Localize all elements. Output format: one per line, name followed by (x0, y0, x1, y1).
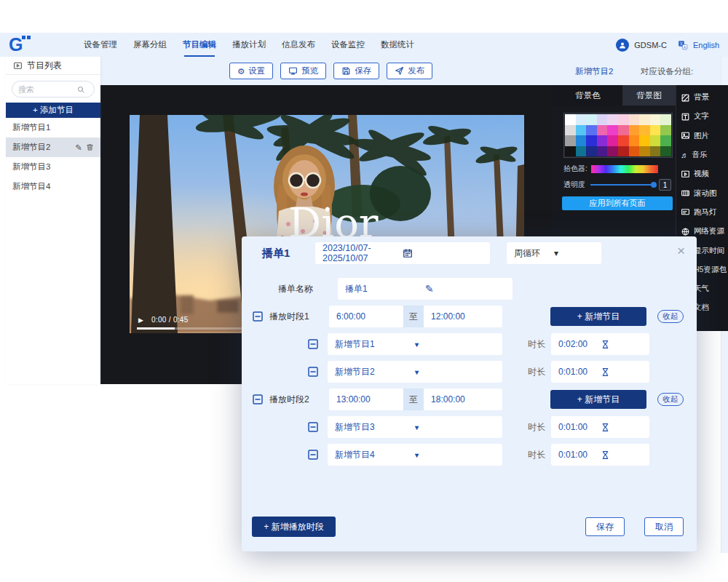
add-program-to-slot-button[interactable]: + 新增节目 (550, 307, 646, 326)
palette-swatch[interactable] (586, 135, 597, 146)
palette-swatch[interactable] (586, 125, 597, 136)
play-icon[interactable]: ▶ (138, 316, 143, 324)
tool-image[interactable]: 图片 (676, 127, 728, 146)
palette-swatch[interactable] (660, 135, 671, 146)
tab-background-image[interactable]: 背景图 (622, 85, 676, 105)
language-switch[interactable]: English (693, 41, 719, 49)
palette-swatch[interactable] (629, 114, 640, 125)
palette-swatch[interactable] (618, 125, 629, 136)
slot-end-time-input[interactable]: 18:00:00 (424, 388, 502, 410)
palette-swatch[interactable] (576, 146, 587, 157)
palette-swatch[interactable] (586, 146, 597, 157)
program-select[interactable]: 新增节目1▾ (328, 333, 502, 355)
program-select[interactable]: 新增节目2▾ (328, 361, 502, 383)
duration-input[interactable]: 0:01:00 (551, 416, 649, 438)
palette-swatch[interactable] (660, 146, 671, 157)
collapse-button[interactable]: 收起 (657, 393, 684, 406)
duration-input[interactable]: 0:01:00 (551, 361, 649, 383)
palette-swatch[interactable] (618, 135, 629, 146)
palette-swatch[interactable] (660, 125, 671, 136)
palette-swatch[interactable] (576, 135, 587, 146)
palette-swatch[interactable] (576, 125, 587, 136)
nav-item-2[interactable]: 屏幕分组 (133, 33, 167, 57)
user-name[interactable]: GDSM-C (634, 41, 667, 49)
remove-program-icon[interactable] (307, 421, 319, 433)
palette-swatch[interactable] (607, 135, 618, 146)
nav-item-4[interactable]: 播放计划 (232, 33, 266, 57)
save-toolbar-button[interactable]: 保存 (333, 63, 379, 79)
palette-swatch[interactable] (639, 135, 650, 146)
palette-swatch[interactable] (650, 146, 661, 157)
tool-marquee[interactable]: 跑马灯 (676, 203, 728, 222)
tab-background-color[interactable]: 背景色 (553, 85, 622, 105)
cancel-button[interactable]: 取消 (644, 517, 684, 536)
remove-slot-icon[interactable] (252, 394, 264, 405)
palette-swatch[interactable] (607, 146, 618, 157)
close-icon[interactable]: × (677, 244, 685, 258)
palette-swatch[interactable] (607, 125, 618, 136)
palette-swatch[interactable] (565, 125, 576, 136)
opacity-slider-thumb[interactable] (651, 182, 657, 188)
palette-swatch[interactable] (660, 114, 671, 125)
slot-end-time-input[interactable]: 12:00:00 (424, 306, 502, 327)
program-select[interactable]: 新增节目4▾ (328, 444, 502, 466)
collapse-button[interactable]: 收起 (657, 310, 684, 323)
remove-program-icon[interactable] (307, 449, 319, 461)
tool-video[interactable]: 视频 (676, 164, 728, 183)
sidebar-program-item[interactable]: 新增节目1 (6, 118, 100, 137)
sidebar-program-item[interactable]: 新增节目2✎ (6, 137, 100, 157)
tool-background[interactable]: 背景 (676, 88, 728, 107)
trash-icon[interactable] (86, 143, 94, 151)
palette-swatch[interactable] (597, 135, 608, 146)
remove-slot-icon[interactable] (252, 311, 264, 322)
calendar-icon[interactable] (403, 248, 483, 258)
palette-swatch[interactable] (629, 135, 640, 146)
palette-swatch[interactable] (607, 114, 618, 125)
nav-item-5[interactable]: 信息发布 (282, 33, 315, 57)
palette-swatch[interactable] (597, 125, 608, 136)
program-select[interactable]: 新增节目3▾ (328, 416, 502, 438)
palette-swatch[interactable] (576, 114, 587, 125)
tool-music[interactable]: ♬音乐 (676, 146, 728, 164)
search-input[interactable] (18, 85, 76, 94)
palette-swatch[interactable] (650, 135, 661, 146)
nav-item-1[interactable]: 设备管理 (84, 33, 117, 57)
repeat-mode-select[interactable]: 周循环 ▾ (507, 242, 601, 264)
tool-text[interactable]: 文字 (676, 107, 728, 126)
palette-swatch[interactable] (586, 114, 597, 125)
palette-swatch[interactable] (639, 146, 650, 157)
duration-input[interactable]: 0:01:00 (551, 444, 649, 466)
palette-swatch[interactable] (650, 125, 661, 136)
sidebar-program-item[interactable]: 新增节目4 (6, 177, 100, 196)
tool-scroll-image[interactable]: 滚动图 (676, 183, 728, 202)
apply-to-all-pages-button[interactable]: 应用到所有页面 (562, 196, 673, 210)
nav-item-3[interactable]: 节目编辑 (183, 33, 216, 57)
add-time-slot-button[interactable]: + 新增播放时段 (252, 517, 336, 537)
remove-program-icon[interactable] (307, 338, 319, 350)
palette-swatch[interactable] (597, 146, 608, 157)
preview-button[interactable]: 预览 (280, 63, 326, 79)
settings-button[interactable]: ⚙设置 (229, 63, 273, 79)
palette-swatch[interactable] (597, 114, 608, 125)
duration-input[interactable]: 0:02:00 (551, 333, 649, 355)
date-range-input[interactable]: 2023/10/07-2025/10/07 (315, 242, 490, 264)
palette-swatch[interactable] (639, 114, 650, 125)
palette-swatch[interactable] (639, 125, 650, 136)
playlist-name-input[interactable]: 播单1 ✎ (338, 278, 513, 300)
add-program-button[interactable]: + 添加节目 (6, 103, 100, 118)
palette-swatch[interactable] (565, 135, 576, 146)
edit-pencil-icon[interactable]: ✎ (425, 283, 505, 295)
palette-swatch[interactable] (629, 146, 640, 157)
user-avatar-icon[interactable] (616, 39, 629, 52)
add-program-to-slot-button[interactable]: + 新增节目 (550, 390, 646, 409)
palette-swatch[interactable] (629, 125, 640, 136)
opacity-slider[interactable] (590, 184, 654, 186)
remove-program-icon[interactable] (307, 366, 319, 378)
slot-start-time-input[interactable]: 6:00:00 (329, 306, 403, 327)
slot-start-time-input[interactable]: 13:00:00 (329, 388, 403, 410)
palette-swatch[interactable] (565, 146, 576, 157)
palette-swatch[interactable] (618, 114, 629, 125)
nav-item-6[interactable]: 设备监控 (331, 33, 365, 57)
color-picker-bar[interactable] (591, 165, 658, 173)
palette-swatch[interactable] (618, 146, 629, 157)
